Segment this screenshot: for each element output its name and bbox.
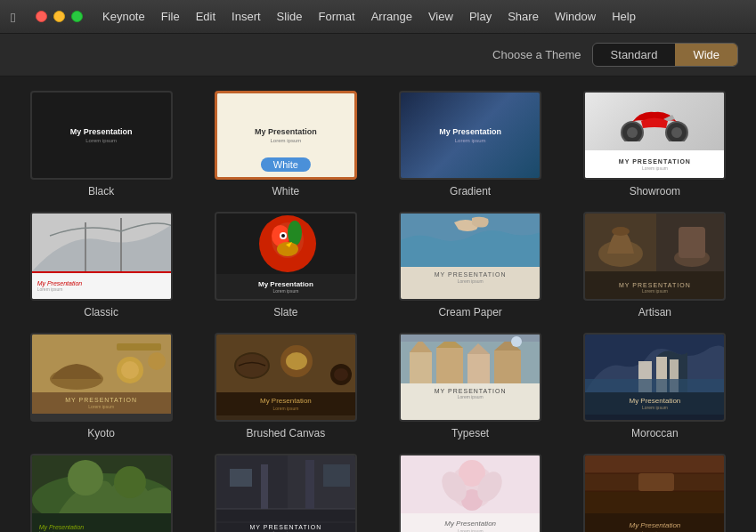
- theme-white[interactable]: My Presentation Lorem ipsum White White: [202, 91, 369, 197]
- theme-typeset[interactable]: MY PRESENTATION Lorem ipsum Typeset: [387, 333, 554, 439]
- svg-point-20: [612, 227, 630, 236]
- svg-rect-63: [305, 460, 314, 509]
- menu-keynote[interactable]: Keynote: [95, 7, 152, 26]
- minimize-button[interactable]: [53, 11, 65, 22]
- menu-view[interactable]: View: [421, 7, 460, 26]
- menu-bar: Keynote File Edit Insert Slide Format Ar…: [92, 7, 745, 26]
- svg-rect-79: [638, 473, 674, 491]
- theme-bottom1[interactable]: My Presentation Lorem ipsum: [18, 454, 184, 532]
- menu-slide[interactable]: Slide: [270, 7, 310, 26]
- theme-cream-paper[interactable]: MY PRESENTATION Lorem ipsum Cream Paper: [387, 212, 554, 318]
- theme-slate[interactable]: My Presentation Lorem ipsum Slate: [202, 212, 369, 318]
- svg-point-14: [281, 234, 285, 238]
- themes-grid: My Presentation Lorem ipsum Black My Pre…: [18, 91, 738, 532]
- svg-rect-62: [261, 464, 268, 509]
- theme-artisan[interactable]: MY PRESENTATION Lorem ipsum Artisan: [572, 212, 738, 318]
- svg-point-32: [236, 354, 268, 377]
- theme-brushed-canvas[interactable]: My Presentation Lorem ipsum Brushed Canv…: [202, 333, 369, 439]
- theme-slate-label: Slate: [273, 306, 297, 318]
- theme-gradient-label: Gradient: [450, 185, 491, 197]
- theme-classic-label: Classic: [84, 306, 118, 318]
- themes-content: My Presentation Lorem ipsum Black My Pre…: [0, 77, 756, 532]
- close-button[interactable]: [36, 11, 47, 22]
- svg-rect-52: [585, 379, 724, 392]
- header: Choose a Theme Standard Wide: [0, 34, 756, 77]
- svg-point-3: [671, 127, 682, 138]
- svg-rect-40: [436, 348, 463, 383]
- menu-arrange[interactable]: Arrange: [364, 7, 419, 26]
- svg-point-11: [288, 221, 302, 246]
- selected-badge: White: [261, 157, 311, 172]
- svg-rect-42: [467, 354, 490, 383]
- menu-share[interactable]: Share: [500, 7, 546, 26]
- theme-kyoto-label: Kyoto: [87, 427, 115, 439]
- theme-showroom[interactable]: MY PRESENTATION Lorem ipsum Showroom: [572, 91, 738, 197]
- menu-window[interactable]: Window: [548, 7, 603, 26]
- theme-moroccan-label: Moroccan: [631, 427, 679, 439]
- svg-rect-44: [494, 351, 521, 383]
- menu-edit[interactable]: Edit: [189, 7, 223, 26]
- menu-play[interactable]: Play: [462, 7, 499, 26]
- svg-point-27: [121, 361, 139, 379]
- menu-help[interactable]: Help: [605, 7, 643, 26]
- theme-bottom4[interactable]: My Presentation Lorem ipsum: [572, 454, 738, 532]
- theme-classic[interactable]: My Presentation Lorem ipsum Classic: [18, 212, 184, 318]
- svg-point-28: [148, 352, 166, 370]
- traffic-lights: [36, 11, 83, 22]
- theme-kyoto[interactable]: MY PRESENTATION Lorem ipsum Kyoto: [18, 333, 184, 439]
- svg-rect-65: [323, 464, 350, 487]
- svg-rect-64: [230, 469, 252, 487]
- svg-point-56: [114, 466, 146, 498]
- svg-rect-76: [585, 491, 724, 513]
- svg-point-55: [68, 460, 103, 496]
- menu-file[interactable]: File: [154, 7, 187, 26]
- theme-black-label: Black: [88, 185, 114, 197]
- svg-point-47: [511, 336, 522, 347]
- theme-black[interactable]: My Presentation Lorem ipsum Black: [18, 91, 184, 197]
- svg-point-34: [286, 352, 307, 370]
- theme-bottom3[interactable]: My Presentation Lorem ipsum: [387, 454, 554, 532]
- wide-button[interactable]: Wide: [675, 44, 737, 66]
- theme-typeset-label: Typeset: [451, 427, 489, 439]
- svg-point-2: [627, 127, 638, 138]
- theme-artisan-label: Artisan: [638, 306, 671, 318]
- header-title: Choose a Theme: [492, 48, 581, 61]
- apple-icon: : [11, 10, 25, 24]
- svg-point-36: [334, 368, 348, 381]
- fullscreen-button[interactable]: [71, 11, 83, 22]
- theme-moroccan[interactable]: My Presentation Lorem ipsum Moroccan: [572, 333, 738, 439]
- titlebar:  Keynote File Edit Insert Slide Format …: [0, 0, 756, 34]
- theme-toggle: Standard Wide: [592, 43, 738, 67]
- svg-rect-23: [679, 227, 705, 258]
- theme-cream-paper-label: Cream Paper: [438, 306, 501, 318]
- svg-rect-29: [117, 343, 161, 351]
- menu-format[interactable]: Format: [312, 7, 362, 26]
- theme-white-label: White: [272, 185, 300, 197]
- theme-bottom2[interactable]: MY PRESENTATION Lorem ipsum: [202, 454, 369, 532]
- theme-brushed-canvas-label: Brushed Canvas: [247, 427, 326, 439]
- svg-rect-74: [585, 455, 724, 473]
- theme-showroom-label: Showroom: [630, 185, 680, 197]
- menu-insert[interactable]: Insert: [224, 7, 268, 26]
- theme-gradient[interactable]: My Presentation Lorem ipsum Gradient: [387, 91, 554, 197]
- standard-button[interactable]: Standard: [593, 44, 676, 66]
- svg-rect-38: [410, 352, 432, 383]
